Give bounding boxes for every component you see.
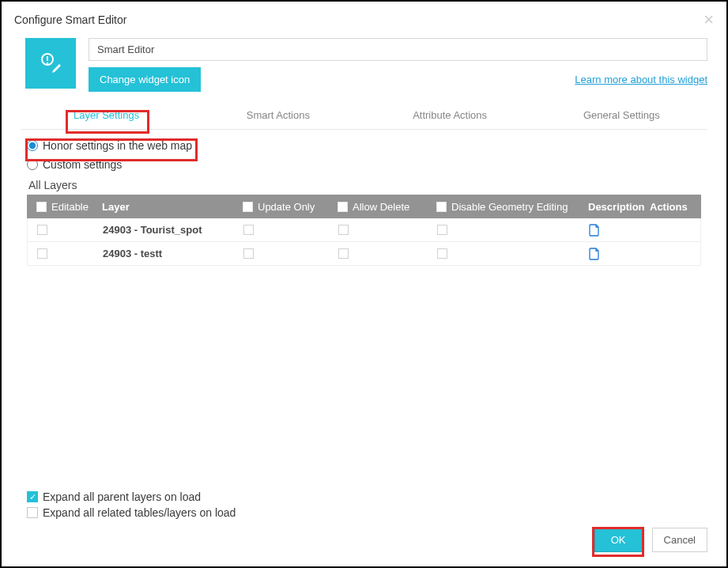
cancel-button[interactable]: Cancel [652, 528, 707, 552]
ok-button[interactable]: OK [594, 528, 643, 552]
row-editable-checkbox[interactable] [37, 225, 47, 235]
row-update-checkbox[interactable] [243, 225, 254, 235]
all-layers-label: All Layers [27, 172, 701, 195]
header-geom: Disable Geometry Editing [451, 201, 568, 213]
layers-table: Editable Layer Update Only Allow Delete … [27, 195, 701, 266]
row-geom-checkbox[interactable] [437, 248, 447, 259]
tabs: Layer Settings Smart Actions Attribute A… [21, 101, 707, 130]
row-geom-checkbox[interactable] [437, 225, 447, 235]
tab-attribute-actions[interactable]: Attribute Actions [364, 101, 536, 129]
row-layer-name: 24903 - testt [103, 248, 162, 259]
header-editable: Editable [51, 201, 89, 213]
header-allow-checkbox[interactable] [338, 202, 348, 212]
dialog-title: Configure Smart Editor [14, 13, 126, 26]
expand-parent-label: Expand all parent layers on load [43, 490, 201, 503]
row-description-icon[interactable] [589, 224, 651, 237]
table-row: 24903 - Tourist_spot [27, 218, 701, 242]
radio-honor-input[interactable] [27, 140, 38, 151]
close-icon[interactable]: × [703, 9, 714, 30]
radio-custom-label: Custom settings [43, 158, 122, 171]
header-layer: Layer [102, 201, 130, 213]
header-actions: Actions [650, 201, 688, 213]
learn-more-link[interactable]: Learn more about this widget [575, 74, 707, 85]
widget-icon[interactable] [25, 38, 76, 89]
tab-general-settings[interactable]: General Settings [536, 101, 707, 129]
radio-honor-settings[interactable]: Honor settings in the web map [27, 134, 701, 153]
svg-point-2 [47, 62, 48, 64]
table-header: Editable Layer Update Only Allow Delete … [27, 195, 701, 218]
header-editable-checkbox[interactable] [36, 202, 47, 212]
row-update-checkbox[interactable] [243, 248, 254, 259]
row-allow-checkbox[interactable] [338, 225, 349, 235]
radio-custom-input[interactable] [27, 159, 38, 170]
row-description-icon[interactable] [589, 248, 651, 260]
tab-layer-settings[interactable]: Layer Settings [21, 101, 192, 129]
header-description: Description [588, 201, 645, 213]
radio-honor-label: Honor settings in the web map [43, 139, 192, 152]
expand-parent-row[interactable]: ✓ Expand all parent layers on load [27, 489, 236, 505]
tab-smart-actions[interactable]: Smart Actions [192, 101, 364, 129]
header-geom-checkbox[interactable] [436, 202, 447, 212]
expand-related-row[interactable]: Expand all related tables/layers on load [27, 505, 236, 521]
expand-parent-checkbox[interactable]: ✓ [27, 491, 38, 502]
radio-custom-settings[interactable]: Custom settings [27, 153, 701, 172]
row-layer-name: 24903 - Tourist_spot [103, 224, 202, 236]
header-update: Update Only [258, 201, 315, 213]
table-row: 24903 - testt [27, 242, 701, 266]
change-widget-icon-button[interactable]: Change widget icon [89, 67, 201, 92]
row-editable-checkbox[interactable] [37, 248, 47, 259]
expand-related-checkbox[interactable] [27, 507, 38, 518]
expand-related-label: Expand all related tables/layers on load [43, 506, 236, 519]
widget-name-input[interactable] [89, 38, 707, 61]
row-allow-checkbox[interactable] [338, 248, 349, 259]
header-allow: Allow Delete [353, 201, 409, 213]
header-update-checkbox[interactable] [243, 202, 253, 212]
